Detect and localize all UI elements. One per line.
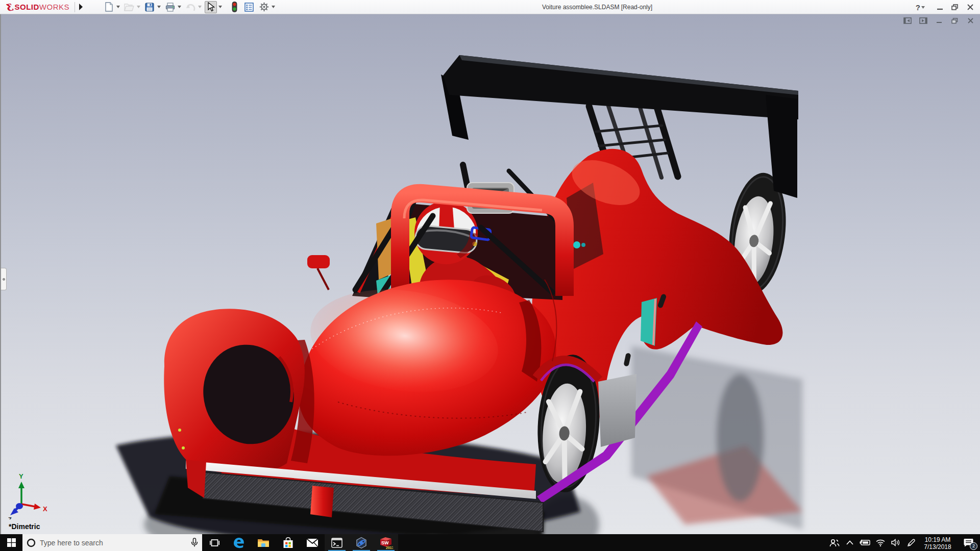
help-button[interactable]: ? bbox=[916, 3, 920, 12]
open-dropdown[interactable] bbox=[136, 1, 141, 13]
left-front-fender[interactable] bbox=[164, 255, 330, 474]
undo-dropdown[interactable] bbox=[197, 1, 202, 13]
file-explorer-button[interactable] bbox=[251, 534, 276, 551]
options-list-button[interactable] bbox=[243, 1, 255, 13]
triad-z-label: Z bbox=[8, 516, 12, 519]
print-icon bbox=[165, 3, 175, 12]
window-controls: ? bbox=[916, 0, 976, 14]
task-view-icon bbox=[210, 539, 219, 547]
task-view-button[interactable] bbox=[202, 534, 227, 551]
3d-model-scene[interactable] bbox=[1, 14, 980, 534]
pen-button[interactable] bbox=[903, 534, 919, 551]
traffic-light-icon bbox=[232, 2, 237, 12]
restore-button[interactable] bbox=[949, 2, 961, 13]
standard-toolbar bbox=[103, 1, 278, 13]
help-dropdown[interactable] bbox=[921, 6, 925, 9]
search-input[interactable] bbox=[40, 539, 187, 547]
network-button[interactable] bbox=[873, 534, 888, 551]
splitter-dot-icon bbox=[3, 278, 5, 281]
select-dropdown[interactable] bbox=[217, 1, 223, 13]
flyout-arrow-icon bbox=[79, 4, 83, 10]
taskbar-clock[interactable]: 10:19 AM 7/13/2018 bbox=[919, 535, 957, 550]
store-icon bbox=[283, 537, 293, 548]
window-title: Voiture assomblee.SLDASM [Read-only] bbox=[542, 0, 652, 14]
open-button[interactable] bbox=[123, 1, 135, 13]
rebuild-button[interactable] bbox=[228, 1, 240, 13]
gear-icon bbox=[259, 2, 269, 12]
speaker-icon bbox=[891, 539, 900, 546]
clock-date: 7/13/2018 bbox=[919, 543, 957, 550]
select-cursor-icon bbox=[207, 2, 215, 12]
select-button[interactable] bbox=[205, 1, 217, 13]
close-button[interactable] bbox=[965, 2, 976, 13]
title-bar: Ʒ SOLIDWORKS bbox=[0, 0, 980, 14]
cortana-icon bbox=[27, 538, 36, 547]
new-document-dropdown[interactable] bbox=[115, 1, 120, 13]
command-prompt-button[interactable] bbox=[325, 534, 349, 551]
windows-logo-icon bbox=[7, 538, 16, 547]
taskbar-search[interactable] bbox=[22, 534, 202, 551]
triad-x-label: X bbox=[43, 505, 47, 513]
document-window-controls bbox=[903, 17, 975, 24]
open-folder-icon bbox=[124, 3, 134, 11]
edge-button[interactable] bbox=[227, 534, 251, 551]
brand-works: WORKS bbox=[39, 3, 69, 11]
undo-arrow-icon bbox=[185, 3, 195, 11]
graphics-area[interactable]: Y X Z *Dimetric bbox=[0, 14, 980, 534]
settings-dropdown[interactable] bbox=[271, 1, 276, 13]
windows-taskbar: SW 2017 bbox=[0, 534, 980, 551]
solidworks-logo: Ʒ SOLIDWORKS bbox=[0, 0, 74, 14]
tray-overflow-button[interactable] bbox=[842, 534, 857, 551]
volume-button[interactable] bbox=[888, 534, 903, 551]
doc-close-button[interactable] bbox=[966, 17, 975, 24]
microphone-icon[interactable] bbox=[191, 538, 198, 547]
solidworks-window: Ʒ SOLIDWORKS bbox=[0, 0, 980, 551]
solidworks-2017-icon: SW 2017 bbox=[379, 536, 393, 549]
pane-back-button[interactable] bbox=[903, 17, 912, 24]
print-dropdown[interactable] bbox=[177, 1, 182, 13]
toolbar-separator bbox=[75, 2, 75, 12]
doc-restore-button[interactable] bbox=[950, 17, 959, 24]
system-tray: 10:19 AM 7/13/2018 2 bbox=[827, 534, 980, 551]
save-button[interactable] bbox=[143, 1, 156, 13]
microsoft-store-button[interactable] bbox=[276, 534, 300, 551]
people-button[interactable] bbox=[827, 534, 842, 551]
pen-icon bbox=[907, 539, 915, 547]
wifi-icon bbox=[876, 539, 885, 546]
file-explorer-icon bbox=[257, 538, 270, 548]
new-document-button[interactable] bbox=[103, 1, 115, 13]
sw-label: SW bbox=[381, 540, 389, 545]
view-orientation-label: *Dimetric bbox=[9, 522, 40, 531]
battery-button[interactable] bbox=[857, 534, 873, 551]
orientation-triad: Y X Z bbox=[1, 463, 57, 519]
people-icon bbox=[829, 539, 840, 547]
menu-flyout-button[interactable] bbox=[76, 1, 85, 13]
clock-time: 10:19 AM bbox=[919, 536, 957, 543]
start-button[interactable] bbox=[0, 534, 22, 551]
mixed-reality-viewer-button[interactable] bbox=[349, 534, 374, 551]
action-center-button[interactable]: 2 bbox=[957, 534, 980, 551]
3d-viewer-icon bbox=[355, 537, 368, 549]
save-dropdown[interactable] bbox=[156, 1, 161, 13]
notification-badge: 2 bbox=[970, 542, 977, 550]
print-button[interactable] bbox=[164, 1, 176, 13]
settings-button[interactable] bbox=[258, 1, 270, 13]
solidworks-2017-button[interactable]: SW 2017 bbox=[374, 534, 398, 551]
battery-charging-icon bbox=[860, 539, 871, 546]
new-document-icon bbox=[105, 2, 113, 12]
command-prompt-icon bbox=[331, 538, 342, 548]
doc-minimize-button[interactable] bbox=[935, 17, 943, 24]
dassault-systemes-mark-icon: Ʒ bbox=[7, 1, 14, 13]
minimize-button[interactable] bbox=[934, 2, 945, 13]
pane-forward-button[interactable] bbox=[919, 17, 927, 24]
chevron-up-icon bbox=[846, 540, 853, 545]
undo-button[interactable] bbox=[184, 1, 197, 13]
panel-splitter-tab[interactable] bbox=[1, 268, 7, 290]
edge-icon bbox=[233, 537, 245, 549]
sw-year: 2017 bbox=[386, 546, 393, 549]
save-floppy-icon bbox=[145, 3, 154, 12]
mail-button[interactable] bbox=[300, 534, 325, 551]
brand-solid: SOLID bbox=[14, 3, 39, 11]
mail-icon bbox=[306, 538, 318, 547]
side-mirror[interactable] bbox=[307, 255, 330, 268]
